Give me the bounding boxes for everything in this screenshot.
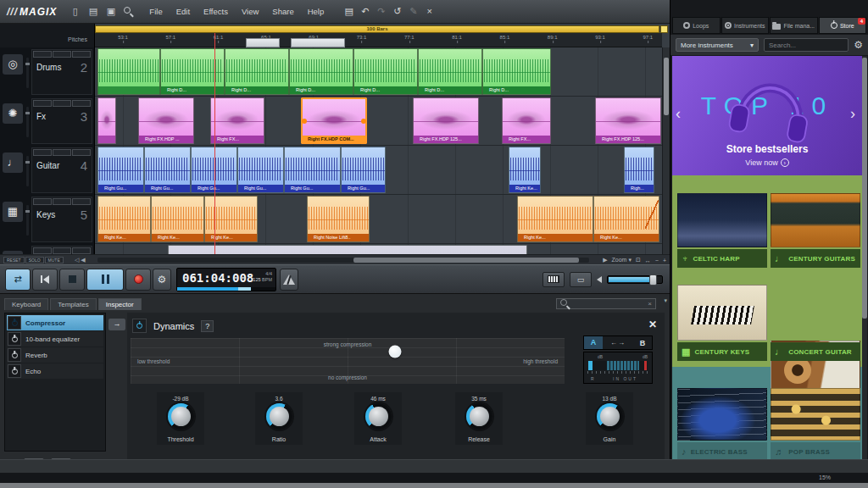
audio-clip[interactable]: Right Ke... — [204, 196, 258, 242]
track-instrument-icon[interactable]: ♩ — [3, 152, 23, 173]
track-lane[interactable]: Right D... Right D... Right D... Right D… — [95, 47, 654, 96]
audio-clip[interactable]: Right D... — [418, 48, 482, 95]
audio-clip[interactable]: Right Gu... — [237, 147, 284, 193]
sidebar-tab[interactable]: File mana... — [770, 17, 818, 34]
dynamics-power-button[interactable] — [132, 319, 147, 333]
route-arrow-button[interactable]: → — [108, 319, 125, 330]
instrument-card-title[interactable]: ♬ POP BRASS — [771, 442, 860, 459]
horizontal-scrollbar[interactable] — [97, 258, 589, 263]
effect-power-button[interactable] — [8, 348, 21, 362]
banner-cta[interactable]: View now› — [672, 158, 862, 167]
help-button[interactable]: ? — [201, 320, 214, 332]
sidebar-tab[interactable]: Loops — [672, 17, 721, 34]
track-lane[interactable]: Right Ke... Right Ke... Right Ke... Righ… — [95, 195, 654, 243]
sidebar-tab[interactable]: Store 4 — [819, 17, 867, 34]
volume-icon[interactable] — [597, 276, 602, 283]
sidebar-tab[interactable]: Instruments — [721, 17, 770, 34]
panel-resize-strip[interactable] — [0, 459, 868, 473]
instrument-card-title[interactable]: ♩ CENTURY GUITARS — [771, 249, 860, 268]
rec-button[interactable] — [72, 149, 91, 156]
vertical-scrollbar-handle[interactable] — [664, 58, 669, 115]
audio-clip[interactable]: Right Ke... — [151, 196, 204, 242]
mute-button[interactable] — [53, 198, 71, 205]
solo-button[interactable] — [33, 149, 52, 156]
stop-button[interactable] — [59, 269, 85, 291]
audio-clip[interactable]: Right Gu... — [97, 147, 144, 193]
metronome-button[interactable] — [280, 269, 298, 291]
gear-icon[interactable]: ⚙ — [854, 39, 863, 51]
track-fader[interactable] — [26, 58, 29, 88]
new-project-icon[interactable]: ▯ — [67, 6, 83, 17]
volume-handle[interactable] — [649, 274, 657, 286]
ab-b-button[interactable]: B — [633, 339, 652, 347]
ab-a-button[interactable]: A — [584, 336, 603, 349]
redo-icon[interactable]: ↷ — [374, 6, 388, 17]
zoom-menu[interactable]: Zoom ▾ — [612, 257, 632, 263]
store-banner[interactable]: TOP 10 Store bestsellers View now› ‹ › — [672, 56, 862, 175]
rec-button[interactable] — [72, 247, 91, 254]
audio-clip[interactable]: Right Gu... — [341, 147, 386, 193]
solo-button[interactable] — [33, 247, 52, 254]
compression-graph[interactable]: strong compression low threshold high th… — [131, 338, 565, 384]
zoom-fit-icon[interactable]: ⊡ — [636, 257, 641, 263]
menu-item[interactable]: Effects — [197, 7, 235, 16]
close-icon[interactable]: × — [422, 6, 437, 17]
carousel-next-icon[interactable]: › — [850, 105, 855, 123]
zoom-horizontal-icon[interactable]: ↔ — [645, 258, 651, 263]
open-project-icon[interactable]: ▤ — [85, 6, 101, 17]
song-progress-bar[interactable] — [177, 287, 275, 291]
compression-handle[interactable] — [389, 346, 402, 358]
instrument-card-title[interactable]: ♆ CELTIC HARP — [677, 249, 767, 268]
category-dropdown[interactable]: More instruments ▾ — [676, 38, 759, 52]
track-instrument-icon[interactable]: ▦ — [3, 202, 23, 222]
panel-collapse-icon[interactable]: ▾ — [664, 297, 667, 304]
instrument-card-title[interactable]: ♪ ELECTRIC BASS — [677, 442, 767, 459]
record-button[interactable] — [125, 269, 151, 291]
audio-clip[interactable]: Right Ke... — [593, 196, 659, 242]
audio-clip[interactable]: Right D... — [353, 48, 418, 95]
restore-icon[interactable]: ↺ — [390, 6, 404, 17]
store-search-input[interactable]: Search... — [764, 38, 849, 52]
audio-clip[interactable]: Right FX.HDP 125... — [595, 97, 661, 144]
menu-item[interactable]: Edit — [170, 7, 197, 16]
mute-button[interactable] — [53, 51, 71, 58]
audio-clip[interactable]: Right Ke... — [517, 196, 593, 242]
reset-button[interactable]: SOLO — [25, 257, 44, 263]
clear-search-icon[interactable]: × — [648, 300, 652, 308]
panel-tab[interactable]: Templates — [50, 298, 96, 310]
track-fader[interactable] — [26, 205, 29, 236]
keyboard-panel-button[interactable] — [542, 272, 565, 287]
effect-row[interactable]: Reverb — [7, 347, 103, 363]
track-lane[interactable]: Right Gu... Right Gu... Right Gu... Righ… — [95, 146, 654, 194]
track-instrument-icon[interactable]: ◎ — [3, 54, 23, 75]
save-project-icon[interactable]: ▣ — [103, 6, 119, 17]
vertical-scrollbar[interactable] — [662, 47, 670, 254]
audio-clip[interactable]: Right Ke... — [509, 147, 541, 193]
master-volume-slider[interactable] — [607, 275, 663, 284]
effect-row[interactable]: Echo — [7, 363, 103, 379]
close-effect-icon[interactable]: ✕ — [648, 319, 657, 330]
panel-tab[interactable]: Keyboard — [4, 298, 48, 310]
manual-icon[interactable]: ▤ — [342, 6, 356, 17]
zoom-out-icon[interactable]: − — [655, 258, 659, 263]
instrument-card-image[interactable] — [771, 193, 860, 247]
audio-clip[interactable] — [97, 97, 116, 144]
ab-compare[interactable]: A ←→ B — [583, 336, 653, 350]
audio-clip[interactable]: Right D... — [225, 48, 289, 95]
audio-clip[interactable]: Right FX... — [210, 97, 264, 144]
sidebar-scrollbar[interactable] — [862, 56, 867, 459]
solo-button[interactable] — [33, 51, 52, 58]
reset-button[interactable]: MUTE — [45, 257, 64, 263]
knob-dial[interactable] — [466, 403, 492, 430]
instrument-card-image[interactable] — [677, 193, 767, 247]
playhead[interactable] — [214, 33, 215, 254]
menu-item[interactable]: File — [142, 7, 169, 16]
solo-button[interactable] — [33, 100, 52, 107]
effect-power-button[interactable] — [8, 364, 21, 378]
range-end-handle[interactable] — [660, 25, 668, 33]
instrument-card-image[interactable] — [677, 388, 767, 441]
instrument-card-title[interactable]: ♩ CONCERT GUITAR — [771, 342, 860, 361]
effect-row[interactable]: 10-band equalizer — [7, 331, 103, 347]
audio-clip[interactable]: Right Gu... — [144, 147, 191, 193]
track-fader[interactable] — [26, 156, 29, 186]
